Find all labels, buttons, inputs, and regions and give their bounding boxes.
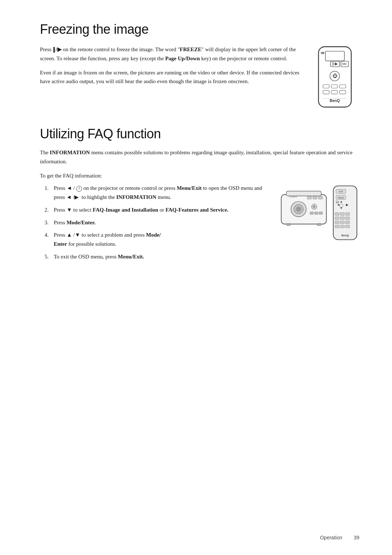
svg-rect-52 xyxy=(340,221,344,224)
svg-rect-11 xyxy=(339,85,346,88)
step-1-content: Press ◄ / ? on the projector or remote c… xyxy=(54,184,269,202)
svg-rect-13 xyxy=(331,90,338,94)
svg-text:Me: Me xyxy=(342,62,347,66)
svg-text:⏻: ⏻ xyxy=(332,73,337,78)
step-2-content: Press ▼ to select FAQ-Image and Installa… xyxy=(54,205,269,215)
step-3-num: 3. xyxy=(40,218,49,227)
step-4-num: 4. xyxy=(40,230,49,249)
faq-devices-image: POWER ⊕ Exit xyxy=(279,184,359,265)
svg-text:POWER: POWER xyxy=(289,196,297,198)
svg-rect-31 xyxy=(286,224,290,226)
svg-rect-29 xyxy=(315,212,318,215)
svg-rect-10 xyxy=(331,85,338,88)
faq-intro: The INFORMATION menu contains possible s… xyxy=(40,148,359,166)
freeze-para2: Even if an image is frozen on the screen… xyxy=(40,68,301,86)
step-3: 3. Press Mode/Enter. xyxy=(40,218,269,227)
svg-text:BenQ: BenQ xyxy=(342,234,349,237)
section-title-freeze: Freezing the image xyxy=(40,22,359,37)
svg-rect-23 xyxy=(307,196,311,199)
footer-separator xyxy=(346,535,350,540)
footer-page: 39 xyxy=(354,535,359,540)
svg-text:▶: ▶ xyxy=(346,203,348,207)
svg-rect-50 xyxy=(346,217,350,220)
svg-rect-51 xyxy=(335,221,339,224)
svg-rect-30 xyxy=(319,212,323,215)
section-title-faq: Utilizing FAQ function xyxy=(40,126,359,142)
step-1: 1. Press ◄ / ? on the projector or remot… xyxy=(40,184,269,202)
svg-rect-47 xyxy=(346,213,350,216)
freeze-text: Press ‖/▶ on the remote control to freez… xyxy=(40,45,301,115)
remote-control-image: ‖/▶ Me ⏻ BenQ xyxy=(312,45,359,115)
svg-rect-12 xyxy=(323,90,329,94)
freeze-para1: Press ‖/▶ on the remote control to freez… xyxy=(40,45,301,63)
svg-point-20 xyxy=(296,207,301,212)
step-5-content: To exit the OSD menu, press Menu/Exit. xyxy=(54,252,269,261)
to-get-text: To get the FAQ information: xyxy=(40,171,359,180)
footer: Operation 39 xyxy=(320,535,359,540)
svg-rect-54 xyxy=(335,225,339,228)
faq-steps: 1. Press ◄ / ? on the projector or remot… xyxy=(40,184,269,265)
svg-text:Exit: Exit xyxy=(339,191,343,193)
svg-rect-24 xyxy=(313,196,317,199)
svg-rect-9 xyxy=(323,85,329,88)
svg-text:Blank: Blank xyxy=(338,196,344,199)
svg-rect-55 xyxy=(340,225,344,228)
step-4: 4. Press ▲ /▼ to select a problem and pr… xyxy=(40,230,269,249)
freeze-section: Press ‖/▶ on the remote control to freez… xyxy=(40,45,359,115)
svg-text:⊕: ⊕ xyxy=(313,205,315,209)
footer-label: Operation xyxy=(320,535,342,540)
svg-text:BenQ: BenQ xyxy=(330,99,340,103)
step-4-content: Press ▲ /▼ to select a problem and press… xyxy=(54,230,269,249)
svg-rect-53 xyxy=(346,221,350,224)
svg-rect-1 xyxy=(326,51,344,61)
svg-rect-49 xyxy=(340,217,344,220)
step-5: 5. To exit the OSD menu, press Menu/Exit… xyxy=(40,252,269,261)
svg-rect-28 xyxy=(310,212,314,215)
svg-rect-48 xyxy=(335,217,339,220)
page: Freezing the image Press ‖/▶ on the remo… xyxy=(0,0,392,555)
svg-text:▼: ▼ xyxy=(340,206,343,210)
step-5-num: 5. xyxy=(40,252,49,261)
svg-text:▲: ▲ xyxy=(340,200,343,203)
svg-rect-46 xyxy=(340,213,344,216)
svg-rect-45 xyxy=(335,213,339,216)
svg-text:Em: Em xyxy=(336,201,339,203)
steps-list: 1. Press ◄ / ? on the projector or remot… xyxy=(40,184,269,261)
step-3-content: Press Mode/Enter. xyxy=(54,218,269,227)
svg-rect-56 xyxy=(346,225,350,228)
step-1-num: 1. xyxy=(40,184,49,202)
svg-rect-32 xyxy=(317,224,321,226)
step-2: 2. Press ▼ to select FAQ-Image and Insta… xyxy=(40,205,269,215)
svg-rect-25 xyxy=(318,196,322,199)
svg-rect-2 xyxy=(321,52,324,54)
step-2-num: 2. xyxy=(40,205,49,215)
svg-text:‖/▶: ‖/▶ xyxy=(332,62,338,66)
svg-rect-14 xyxy=(339,90,346,94)
faq-intro-text: The INFORMATION menu contains possible s… xyxy=(40,148,359,166)
faq-content: 1. Press ◄ / ? on the projector or remot… xyxy=(40,184,359,265)
